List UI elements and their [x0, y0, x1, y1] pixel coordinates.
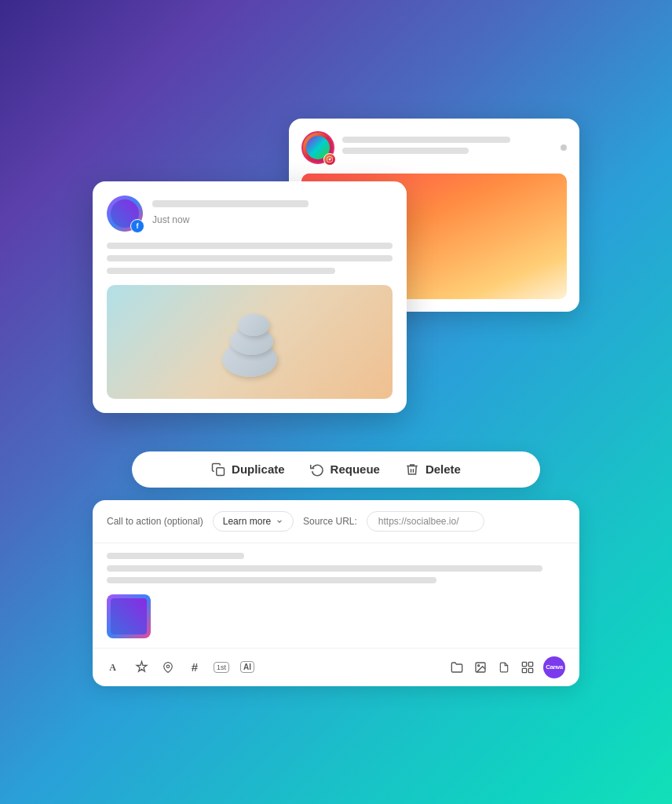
requeue-icon [310, 462, 324, 477]
svg-text:A: A [109, 662, 116, 673]
cards-area: f Just now [93, 119, 579, 433]
svg-rect-10 [528, 662, 532, 666]
font-icon[interactable]: A [107, 660, 122, 675]
editor-text-line-1 [107, 553, 244, 559]
main-scene: f Just now [0, 0, 672, 804]
delete-icon [405, 462, 419, 477]
editor-text-line-2 [107, 565, 542, 572]
svg-point-2 [331, 157, 331, 158]
editor-text-line-3 [107, 577, 436, 583]
content-line-1 [107, 243, 393, 249]
facebook-badge: f [130, 219, 144, 233]
stones-visual [203, 306, 297, 377]
content-line-3 [107, 268, 335, 274]
stone-top [238, 314, 269, 336]
source-url-value: https://socialbee.io/ [378, 516, 459, 527]
ai-icon[interactable]: AI [240, 661, 254, 673]
editor-content-area [93, 543, 579, 648]
magic-write-icon[interactable] [133, 660, 149, 675]
editor-toolbar: A # 1st AI [93, 648, 579, 686]
instagram-avatar-wrapper [301, 131, 334, 164]
cta-dropdown-value: Learn more [223, 516, 271, 527]
editor-panel: Call to action (optional) Learn more Sou… [93, 500, 579, 686]
editor-top-bar: Call to action (optional) Learn more Sou… [93, 500, 579, 543]
requeue-button[interactable]: Requeue [310, 462, 380, 477]
instagram-header-text [342, 137, 553, 159]
facebook-content-skeletons [107, 243, 393, 274]
action-bar: Duplicate Requeue Delete [132, 451, 540, 488]
facebook-time: Just now [152, 214, 189, 225]
file-icon[interactable] [496, 660, 512, 675]
toolbar-right: Canva [449, 656, 565, 678]
svg-point-6 [166, 665, 170, 668]
facebook-header-info: Just now [152, 200, 393, 226]
duplicate-button[interactable]: Duplicate [211, 462, 285, 477]
instagram-name-skeleton [342, 137, 510, 143]
svg-point-1 [329, 158, 331, 160]
editor-thumbnail [107, 594, 151, 638]
cta-label: Call to action (optional) [107, 516, 203, 527]
hashtag-icon[interactable]: # [187, 660, 203, 675]
cta-dropdown[interactable]: Learn more [213, 511, 294, 532]
delete-label: Delete [425, 462, 461, 476]
svg-rect-9 [522, 662, 526, 666]
facebook-card-header: f Just now [107, 196, 393, 232]
facebook-name-skeleton [152, 200, 309, 207]
instagram-badge [323, 153, 336, 166]
svg-rect-11 [522, 668, 526, 672]
requeue-label: Requeue [331, 462, 380, 476]
source-url-input[interactable]: https://socialbee.io/ [367, 511, 484, 532]
svg-point-8 [478, 664, 480, 666]
facebook-avatar-wrapper: f [107, 196, 143, 232]
image-icon[interactable] [473, 660, 488, 675]
duplicate-label: Duplicate [232, 462, 285, 476]
svg-rect-4 [217, 467, 225, 475]
delete-button[interactable]: Delete [405, 462, 461, 477]
folder-icon[interactable] [449, 660, 465, 675]
editor-text-skeletons [107, 553, 565, 583]
brand-icon[interactable] [520, 660, 535, 675]
instagram-menu-dot[interactable] [561, 144, 567, 151]
content-line-2 [107, 255, 393, 261]
instagram-card-header [301, 131, 567, 164]
facebook-card-image [107, 285, 393, 399]
duplicate-icon [211, 462, 225, 477]
facebook-card: f Just now [93, 181, 407, 413]
canva-button[interactable]: Canva [543, 656, 565, 678]
toolbar-left: A # 1st AI [107, 660, 254, 675]
svg-rect-12 [528, 668, 532, 672]
instagram-sub-skeleton [342, 148, 469, 154]
source-url-label: Source URL: [303, 516, 357, 527]
canva-label: Canva [546, 663, 563, 671]
location-icon[interactable] [160, 660, 176, 675]
first-comment-icon[interactable]: 1st [214, 662, 229, 673]
